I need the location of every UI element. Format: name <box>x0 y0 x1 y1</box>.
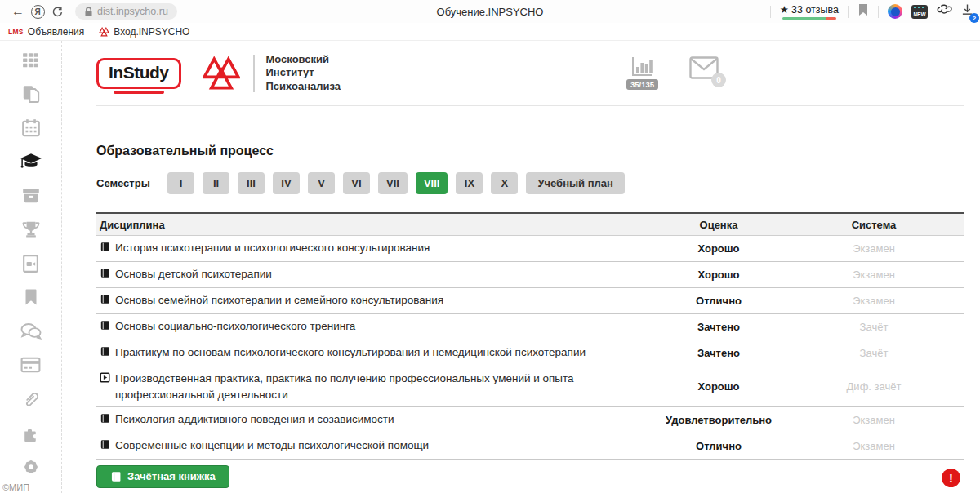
semester-button-IV[interactable]: IV <box>273 172 300 194</box>
site-reviews-widget[interactable]: ★ 33 отзыва <box>780 3 839 20</box>
grade-value: Хорошо <box>653 242 784 255</box>
column-discipline: Дисциплина <box>96 219 653 231</box>
card-icon <box>20 355 42 375</box>
sidebar-item-calendar[interactable] <box>20 117 42 139</box>
table-row[interactable]: Современные концепции и методы психологи… <box>96 433 964 460</box>
sidebar-item-video-materials[interactable] <box>20 252 42 274</box>
gear-icon <box>20 456 42 477</box>
system-value: Зачёт <box>784 321 964 333</box>
extension-sphere-icon[interactable] <box>888 4 902 19</box>
sidebar-item-modules[interactable] <box>20 422 42 444</box>
book-icon <box>100 318 110 335</box>
sidebar-item-messages[interactable] <box>20 320 42 342</box>
sidebar-item-bookmarks[interactable] <box>20 286 42 309</box>
address-bar[interactable]: dist.inpsycho.ru <box>75 3 177 20</box>
graduation-cap-icon <box>20 152 42 171</box>
semester-button-II[interactable]: II <box>203 172 229 194</box>
bookmark-lms[interactable]: LMS Объявления <box>8 26 84 38</box>
sidebar-item-attachments[interactable] <box>20 388 42 410</box>
bookmark-inpsycho[interactable]: Вход.INPSYCHO <box>99 26 189 38</box>
table-header: Дисциплина Оценка Система <box>96 214 964 236</box>
grade-value: Отлично <box>653 295 784 307</box>
downloads-badge: 2 <box>969 13 979 23</box>
system-value: Зачёт <box>784 347 964 359</box>
mail-count-badge: 0 <box>711 73 726 87</box>
semester-selector: Семестры IIIIIIIVVVIVIIVIIIIXXУчебный пл… <box>96 172 964 194</box>
discipline-name: Основы социально-психологического тренин… <box>115 318 355 335</box>
progress-stats-icon[interactable]: 35/135 <box>626 56 658 90</box>
lock-icon <box>84 7 93 17</box>
back-button[interactable]: ← <box>8 2 28 21</box>
study-plan-button[interactable]: Учебный план <box>526 172 624 194</box>
book-icon <box>100 344 110 362</box>
table-row[interactable]: Основы семейной психотерапии и семейного… <box>96 288 964 314</box>
discipline-name: Современные концепции и методы психологи… <box>115 437 429 454</box>
puzzle-icon <box>20 423 41 443</box>
toolbar-divider <box>848 6 849 18</box>
gradebook-button[interactable]: Зачётная книжка <box>96 465 229 488</box>
disciplines-table: Дисциплина Оценка Система История психот… <box>96 212 964 460</box>
new-extension-icon[interactable]: NEW <box>911 5 928 19</box>
table-row[interactable]: Производственная практика, практика по п… <box>96 366 964 407</box>
copyright-label: ©МИП <box>2 482 29 492</box>
institute-logo-icon <box>203 56 240 91</box>
system-value: Экзамен <box>784 440 964 452</box>
discipline-name: Основы детской психотерапии <box>115 266 272 282</box>
documents-icon <box>20 83 42 104</box>
video-icon <box>20 253 41 274</box>
sidebar-item-payments[interactable] <box>20 354 42 376</box>
semester-button-IX[interactable]: IX <box>456 172 483 194</box>
instudy-logo[interactable]: InStudy <box>96 58 181 89</box>
sidebar-item-documents[interactable] <box>20 83 42 105</box>
system-value: Диф. зачёт <box>784 380 964 393</box>
table-row[interactable]: Основы социально-психологического тренин… <box>96 314 964 340</box>
refresh-button[interactable] <box>47 2 67 21</box>
grid-icon <box>20 50 41 70</box>
site-header: InStudy Московский Институт Психоанализа… <box>96 41 964 106</box>
sidebar-item-settings[interactable] <box>20 455 42 477</box>
system-value: Экзамен <box>784 414 964 426</box>
toolbar-divider <box>878 6 879 18</box>
grade-value: Зачтено <box>653 321 784 333</box>
downloads-icon[interactable]: 2 <box>961 3 973 20</box>
chat-icon <box>20 322 42 341</box>
sidebar-item-achievements[interactable] <box>20 219 42 241</box>
lms-favicon: LMS <box>8 28 24 36</box>
mail-icon[interactable]: 0 <box>689 56 719 82</box>
main-content: InStudy Московский Институт Психоанализа… <box>62 41 980 493</box>
discipline-name: Основы семейной психотерапии и семейного… <box>115 292 443 309</box>
sidebar-item-dashboard[interactable] <box>20 49 42 71</box>
book-icon <box>100 437 110 455</box>
sidebar-item-education[interactable] <box>20 151 42 173</box>
semesters-label: Семестры <box>96 177 167 189</box>
semester-button-I[interactable]: I <box>167 172 194 194</box>
grade-value: Хорошо <box>653 269 784 281</box>
star-icon: ★ <box>780 3 789 16</box>
book-icon <box>110 471 122 482</box>
page-title: Образовательный процесс <box>96 144 964 158</box>
notification-alert-icon[interactable]: ! <box>942 469 960 487</box>
book-icon <box>100 292 110 309</box>
collections-icon[interactable] <box>937 3 952 20</box>
bookmarks-bar: LMS Объявления Вход.INPSYCHO <box>0 23 980 41</box>
semester-button-VII[interactable]: VII <box>378 172 408 194</box>
table-row[interactable]: Практикум по основам психологического ко… <box>96 340 964 366</box>
left-sidebar: ©МИП <box>0 41 62 493</box>
archive-icon <box>20 185 42 206</box>
browser-profile-icon[interactable]: Я <box>28 2 47 21</box>
rating-bar <box>782 17 836 20</box>
system-value: Экзамен <box>784 242 964 255</box>
bookmark-icon <box>21 286 41 308</box>
semester-button-VI[interactable]: VI <box>343 172 370 194</box>
semester-button-X[interactable]: X <box>491 172 518 194</box>
grade-value: Удовлетворительно <box>653 414 784 426</box>
semester-button-VIII[interactable]: VIII <box>416 172 448 194</box>
table-row[interactable]: Психология аддиктивного поведения и соза… <box>96 407 964 433</box>
sidebar-item-archive[interactable] <box>20 184 42 207</box>
semester-button-III[interactable]: III <box>238 172 265 194</box>
semester-button-V[interactable]: V <box>308 172 335 194</box>
table-row[interactable]: История психотерапии и психологического … <box>96 236 964 262</box>
paperclip-icon <box>21 389 41 410</box>
bookmark-flag-icon[interactable] <box>858 3 869 20</box>
table-row[interactable]: Основы детской психотерапии Хорошо Экзам… <box>96 262 964 288</box>
